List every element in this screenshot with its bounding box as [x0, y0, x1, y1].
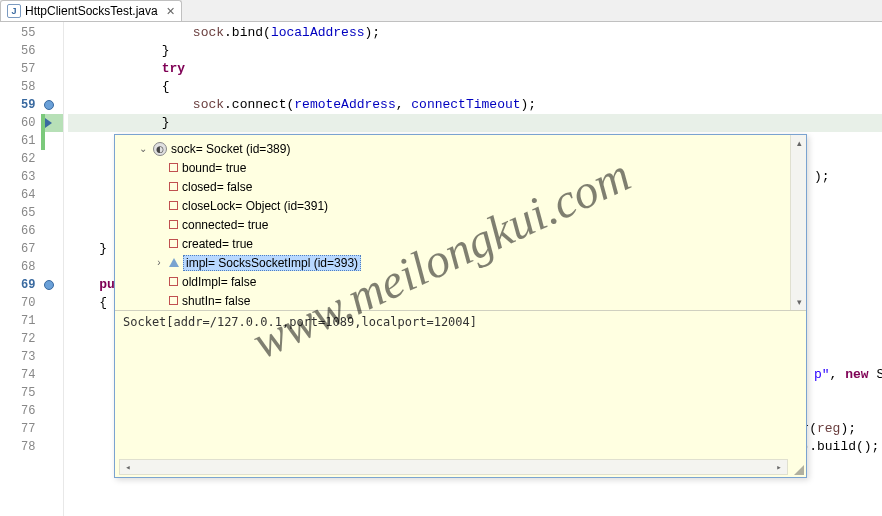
class-icon [169, 258, 179, 267]
tree-field-row[interactable]: shutIn= false [115, 291, 806, 310]
scroll-down-icon[interactable]: ▾ [791, 294, 806, 310]
line-number: 73 [0, 348, 35, 366]
scrollbar-horizontal[interactable]: ◂ ▸ [119, 459, 788, 475]
tree-row-label: bound= true [182, 161, 246, 175]
line-number: 62 [0, 150, 35, 168]
tree-root-row[interactable]: ⌄ ◐ sock= Socket (id=389) [115, 139, 806, 158]
collapse-icon[interactable]: ⌄ [137, 143, 149, 154]
close-icon[interactable]: ✕ [166, 5, 175, 18]
line-number: 74 [0, 366, 35, 384]
field-icon [169, 277, 178, 286]
line-number: 78 [0, 438, 35, 456]
line-number: 67 [0, 240, 35, 258]
code-line[interactable]: sock.connect(remoteAddress, connectTimeo… [68, 96, 882, 114]
debug-hover-popup: ⌄ ◐ sock= Socket (id=389) bound= trueclo… [114, 134, 807, 478]
tree-row-label: impl= SocksSocketImpl (id=393) [183, 255, 361, 271]
tree-field-row[interactable]: connected= true [115, 215, 806, 234]
resize-handle[interactable] [792, 463, 804, 475]
code-fragment: ); [814, 168, 830, 186]
line-number: 64 [0, 186, 35, 204]
execution-pointer-icon [45, 118, 52, 128]
marker-strip [41, 22, 63, 516]
line-number: 65 [0, 204, 35, 222]
gutter: 5556575859606162636465666768697071727374… [0, 22, 64, 516]
line-number: 57 [0, 60, 35, 78]
line-numbers: 5556575859606162636465666768697071727374… [0, 22, 41, 516]
line-number: 68 [0, 258, 35, 276]
line-number: 61 [0, 132, 35, 150]
code-line[interactable]: try [68, 60, 882, 78]
tree-row-label: sock= Socket (id=389) [171, 142, 290, 156]
line-number: 69 [0, 276, 35, 294]
change-marker [41, 132, 45, 150]
tree-field-row[interactable]: oldImpl= false [115, 272, 806, 291]
java-file-icon: J [7, 4, 21, 18]
code-line[interactable]: } [68, 114, 882, 132]
line-number: 72 [0, 330, 35, 348]
tab-bar: J HttpClientSocksTest.java ✕ [0, 0, 882, 22]
tab-filename: HttpClientSocksTest.java [25, 4, 158, 18]
tree-row-label: closeLock= Object (id=391) [182, 199, 328, 213]
field-icon [169, 182, 178, 191]
tree-row-label: shutIn= false [182, 294, 250, 308]
line-number: 56 [0, 42, 35, 60]
scroll-right-icon[interactable]: ▸ [771, 460, 787, 474]
scroll-up-icon[interactable]: ▴ [791, 135, 806, 151]
code-line[interactable]: } [68, 42, 882, 60]
code-line[interactable]: { [68, 78, 882, 96]
line-number: 63 [0, 168, 35, 186]
field-icon [169, 296, 178, 305]
field-icon [169, 239, 178, 248]
field-icon [169, 201, 178, 210]
line-number: 75 [0, 384, 35, 402]
debug-tostring: Socket[addr=/127.0.0.1,port=1089,localpo… [123, 315, 477, 329]
expand-icon[interactable]: › [153, 257, 165, 268]
breakpoint-icon[interactable] [44, 280, 54, 290]
line-number: 55 [0, 24, 35, 42]
editor-area: 5556575859606162636465666768697071727374… [0, 22, 882, 516]
breakpoint-icon[interactable] [44, 100, 54, 110]
line-number: 71 [0, 312, 35, 330]
tree-row-label: connected= true [182, 218, 268, 232]
tree-field-row[interactable]: ›impl= SocksSocketImpl (id=393) [115, 253, 806, 272]
debug-status-area: Socket[addr=/127.0.0.1,port=1089,localpo… [115, 310, 806, 477]
code-fragment: p", new Soc [814, 366, 882, 384]
tree-field-row[interactable]: closeLock= Object (id=391) [115, 196, 806, 215]
line-number: 60 [0, 114, 35, 132]
tree-row-label: closed= false [182, 180, 252, 194]
tree-field-row[interactable]: closed= false [115, 177, 806, 196]
object-icon: ◐ [153, 142, 167, 156]
scroll-left-icon[interactable]: ◂ [120, 460, 136, 474]
scrollbar-vertical[interactable]: ▴ ▾ [790, 135, 806, 310]
code-line[interactable]: sock.bind(localAddress); [68, 24, 882, 42]
debug-tree[interactable]: ⌄ ◐ sock= Socket (id=389) bound= trueclo… [115, 135, 806, 310]
line-number: 77 [0, 420, 35, 438]
field-icon [169, 163, 178, 172]
tree-row-label: created= true [182, 237, 253, 251]
line-number: 59 [0, 96, 35, 114]
field-icon [169, 220, 178, 229]
tree-field-row[interactable]: bound= true [115, 158, 806, 177]
line-number: 58 [0, 78, 35, 96]
tree-row-label: oldImpl= false [182, 275, 256, 289]
line-number: 76 [0, 402, 35, 420]
line-number: 66 [0, 222, 35, 240]
line-number: 70 [0, 294, 35, 312]
tree-field-row[interactable]: created= true [115, 234, 806, 253]
editor-tab[interactable]: J HttpClientSocksTest.java ✕ [0, 0, 182, 21]
